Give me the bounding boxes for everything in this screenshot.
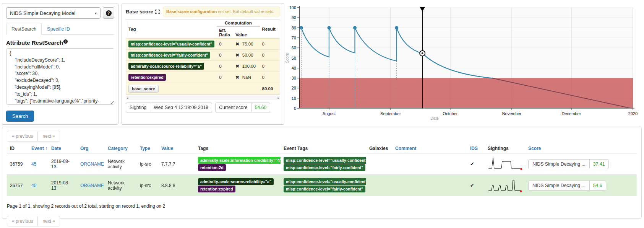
x-tick-label: September [380,111,401,116]
pagination-bottom: « previous next » [7,216,60,226]
expand-icon[interactable] [155,10,160,14]
event-link[interactable]: 45 [31,161,36,167]
eff-ratio-value: 0 [217,72,233,83]
tab-specific-id[interactable]: Specific ID [42,23,75,35]
decaying-model-select[interactable]: NIDS Simple Decaying Model ▾ [6,7,101,19]
search-tabs: RestSearch Specific ID [6,23,114,35]
attribute-row: 36759452019-08-13ORGNAMENetwork activity… [7,153,637,175]
base-score-row: misp:confidence-level="usually-confident… [126,39,280,50]
y-tick-label: 90 [292,15,296,20]
col-computation: Computation [217,20,260,27]
base-score-badge: base_score [128,85,159,93]
sparkline-end-dot [521,168,522,170]
sightings-sparkline [488,177,523,192]
column-header-date[interactable]: Date [48,144,77,153]
tag-badge[interactable]: retention:2d [198,164,226,171]
computation-value: 75.00 [242,42,253,46]
multiply-icon: ✖ [235,64,239,68]
tag-badge[interactable]: admiralty-scale:source-reliability="a" [198,178,274,185]
attribute-value: 7.7.7.7 [158,153,195,175]
event-tags: misp:confidence-level="usually-confident… [281,175,366,196]
score-model-button[interactable]: NIDS Simple Decaying ... [529,160,589,169]
sparkline-end-dot [520,191,522,192]
score-value: 54.6 [589,181,606,190]
column-header-category[interactable]: Category [105,144,137,153]
col-eff-ratio: Eff.Ratio [217,27,233,39]
tag-badge[interactable]: retention:expired [128,74,166,81]
cutoff-zone [299,78,633,108]
search-button[interactable]: Search [6,111,34,122]
next-page-button[interactable]: next » [38,131,60,142]
score-group: NIDS Simple Decaying ...37.41 [528,159,609,169]
org-link[interactable]: ORGNAME [80,183,104,188]
sighting-dot[interactable] [300,26,303,29]
results-panel: « previous next » IDEvent ↑DateOrgCatego… [2,127,642,219]
scroll-right-icon[interactable]: ▸ [277,96,279,100]
column-header-org[interactable]: Org [77,144,105,153]
previous-page-button[interactable]: « previous [7,131,38,142]
scroll-left-icon[interactable]: ◂ [127,96,128,100]
multiply-icon: ✖ [235,42,239,46]
tag-badge[interactable]: retention:expired [198,186,235,192]
attribute-tags: admiralty-scale:source-reliability="a"re… [195,175,281,196]
column-header-event[interactable]: Event ↑ [28,144,48,153]
tag-badge[interactable]: misp:confidence-level="fairly-confident" [284,186,365,192]
attribute-tags: admiralty-scale:information-credibility=… [195,153,281,175]
decay-score-chart[interactable]: 0102030405060708090100AugustSeptemberOct… [285,2,636,129]
column-header-galaxies: Galaxies [366,144,392,153]
tag-badge[interactable]: misp:confidence-level="fairly-confident" [284,164,365,171]
base-score-row: misp:confidence-level="fairly-confident"… [126,50,280,61]
event-link[interactable]: 45 [31,183,36,188]
score-value: 37.41 [589,160,608,169]
previous-page-button[interactable]: « previous [7,216,38,226]
result-value: 0 [260,72,280,83]
score-model-button[interactable]: NIDS Simple Decaying ... [529,181,589,190]
sighting-dot[interactable] [327,26,331,29]
sightings-cell [485,153,525,175]
sighting-dot[interactable] [395,26,398,29]
y-tick-label: 0 [294,106,296,111]
x-tick-label: October [443,111,457,116]
tag-badge[interactable]: misp:confidence-level="usually-confident… [284,178,366,185]
eff-ratio-value: 0 [217,39,233,50]
org-link[interactable]: ORGNAME [80,161,104,167]
base-score-panel: Base score Base score configuration not … [122,3,284,125]
question-icon: ? [106,10,112,16]
x-tick-label: December [562,111,581,116]
sightings-cell [485,175,525,196]
attribute-category: Network activity [105,153,137,175]
tag-badge[interactable]: misp:confidence-level="usually-confident… [128,41,214,47]
model-config-panel: NIDS Simple Decaying Model ▾ ? RestSearc… [2,3,118,125]
model-help-button[interactable]: ? [103,7,114,19]
column-header-score[interactable]: Score [525,144,637,153]
column-header-ids[interactable]: IDS [467,144,485,153]
tag-badge[interactable]: admiralty-scale:information-credibility=… [198,157,281,164]
x-tick-label: 2020 [628,111,638,116]
y-tick-label: 100 [289,5,296,10]
column-header-type[interactable]: Type [137,144,158,153]
horizontal-scrollbar[interactable]: ◂ ▸ [126,96,280,100]
column-header-id: ID [7,144,28,153]
attribute-date: 2019-08-13 [48,175,77,196]
multiply-icon: ✖ [235,53,239,57]
base-score-title: Base score [126,7,160,15]
attribute-category: Network activity [105,175,137,196]
column-header-value[interactable]: Value [158,144,195,153]
col-result: Result [260,20,280,39]
sighting-dot[interactable] [353,26,357,29]
column-header-event-tags: Event Tags [281,144,366,153]
column-header-comment[interactable]: Comment [392,144,467,153]
tag-badge[interactable]: misp:confidence-level="fairly-confident" [128,52,210,59]
y-tick-label: 20 [292,86,296,90]
score-cell: NIDS Simple Decaying ...37.41 [525,153,637,175]
next-page-button[interactable]: next » [38,216,60,226]
y-tick-label: 60 [292,46,296,50]
tag-badge[interactable]: misp:confidence-level="usually-confident… [284,157,366,164]
attribute-type: ip-src [137,153,158,175]
base-score-row: admiralty-scale:source-reliability="a"0✖… [126,61,280,72]
computation-value: 50.00 [242,53,253,57]
tag-badge[interactable]: admiralty-scale:source-reliability="a" [128,63,204,70]
galaxies-cell [366,175,392,196]
tab-restsearch[interactable]: RestSearch [6,23,42,35]
restsearch-query-input[interactable]: { "includeDecayScore": 1, "includeFullMo… [6,48,114,105]
